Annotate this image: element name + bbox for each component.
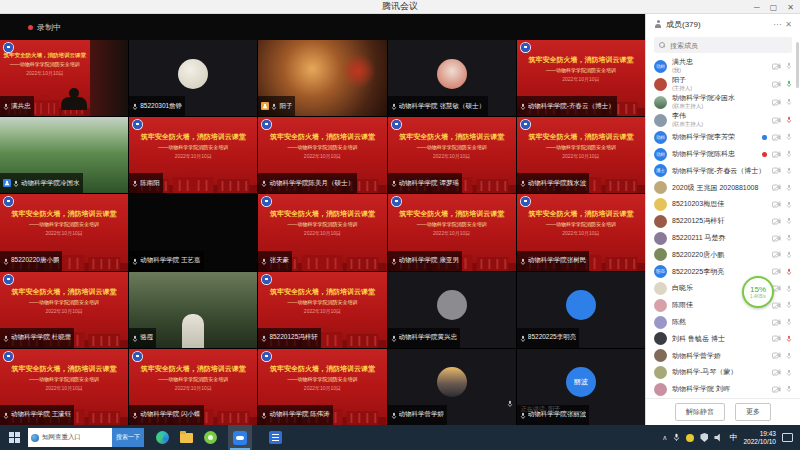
video-tile[interactable]: 筑牢安全防火墙，消防培训云课堂 ——动物科学学院消防安全培训 2022年10月1… — [258, 349, 386, 425]
mic-icon[interactable] — [786, 217, 792, 225]
mic-icon[interactable] — [786, 318, 792, 326]
video-tile[interactable]: 筑牢安全防火墙，消防培训云课堂 ——动物科学学院消防安全培训 2022年10月1… — [129, 272, 257, 348]
member-search-box[interactable] — [654, 37, 792, 53]
more-actions-button[interactable]: 更多 — [735, 403, 771, 421]
volume-icon[interactable] — [714, 434, 723, 442]
video-tile[interactable]: 筑牢安全防火墙，消防培训云课堂 ——动物科学学院消防安全培训 2022年10月1… — [258, 40, 386, 116]
camera-off-icon[interactable] — [772, 319, 781, 326]
panel-close-button[interactable]: ✕ — [785, 20, 792, 29]
camera-off-icon[interactable] — [772, 134, 781, 141]
member-row[interactable]: 动科 满共忠 (我) — [646, 57, 800, 75]
video-tile[interactable]: 筑牢安全防火墙，消防培训云课堂 ——动物科学学院消防安全培训 2022年10月1… — [388, 272, 516, 348]
mic-icon[interactable] — [786, 369, 792, 377]
video-tile[interactable]: 筑牢安全防火墙，消防培训云课堂 ——动物科学学院消防安全培训 2022年10月1… — [0, 40, 128, 116]
member-row[interactable]: 阳子 (主持人) — [646, 75, 800, 93]
mic-icon[interactable] — [786, 116, 792, 124]
member-list-scrollbar[interactable] — [796, 42, 799, 88]
clock[interactable]: 19:43 2022/10/10 — [743, 430, 776, 446]
video-tile[interactable]: 筑牢安全防火墙，消防培训云课堂 ——动物科学学院消防安全培训 2022年10月1… — [0, 272, 128, 348]
mic-icon[interactable] — [786, 184, 792, 192]
file-explorer-icon[interactable] — [180, 433, 193, 443]
camera-off-icon[interactable] — [772, 117, 781, 124]
speed-ball-overlay[interactable]: 15% 1.4KB/s — [742, 276, 774, 308]
edge-browser-icon[interactable] — [156, 431, 169, 444]
video-tile[interactable]: 筑牢安全防火墙，消防培训云课堂 ——动物科学学院消防安全培训 2022年10月1… — [0, 117, 128, 193]
mic-icon[interactable] — [786, 80, 792, 88]
member-row[interactable]: 动科 动物科学学院李芳荣 — [646, 129, 800, 146]
camera-off-icon[interactable] — [772, 251, 781, 258]
member-row[interactable]: 刘科 鲁毓岳 博士 — [646, 331, 800, 348]
member-row[interactable]: 85220220唐小鹏 — [646, 247, 800, 264]
mic-icon[interactable] — [786, 167, 792, 175]
video-tile[interactable]: 筑牢安全防火墙，消防培训云课堂 ——动物科学学院消防安全培训 2022年10月1… — [517, 272, 645, 348]
mic-icon[interactable] — [786, 268, 792, 276]
member-row[interactable]: 明亮 85220225李明亮 — [646, 263, 800, 280]
member-row[interactable]: 2020级 王兆国 2020881008 — [646, 179, 800, 196]
camera-off-icon[interactable] — [772, 369, 781, 376]
video-tile[interactable]: 筑牢安全防火墙，消防培训云课堂 ——动物科学学院消防安全培训 2022年10月1… — [258, 117, 386, 193]
mic-icon[interactable] — [786, 201, 792, 209]
camera-off-icon[interactable] — [772, 81, 781, 88]
video-tile[interactable]: 筑牢安全防火墙，消防培训云课堂 ——动物科学学院消防安全培训 2022年10月1… — [129, 117, 257, 193]
ime-indicator[interactable]: 中 — [729, 432, 737, 443]
mic-icon[interactable] — [786, 301, 792, 309]
member-row[interactable]: 动物科学学院冷国水 (联席主持人) — [646, 93, 800, 111]
mic-icon[interactable] — [786, 150, 792, 158]
member-list[interactable]: 动科 满共忠 (我) 阳子 (主持人) 动物科学学院冷国水 (联席主持人) — [646, 57, 800, 398]
green-app-icon[interactable] — [204, 431, 217, 444]
mic-icon[interactable] — [786, 133, 792, 141]
security-shield-icon[interactable] — [700, 433, 708, 442]
member-row[interactable]: 85210203梅思佳 — [646, 196, 800, 213]
video-tile[interactable]: 筑牢安全防火墙，消防培训云课堂 ——动物科学学院消防安全培训 2022年10月1… — [0, 349, 128, 425]
mic-icon[interactable] — [786, 335, 792, 343]
camera-off-icon[interactable] — [772, 63, 781, 70]
camera-off-icon[interactable] — [772, 184, 781, 191]
camera-off-icon[interactable] — [772, 268, 781, 275]
camera-off-icon[interactable] — [772, 352, 781, 359]
mic-icon[interactable] — [786, 251, 792, 259]
member-row[interactable]: 动物科学曾学娇 — [646, 347, 800, 364]
camera-off-icon[interactable] — [772, 386, 781, 393]
mic-icon[interactable] — [786, 98, 792, 106]
mic-icon[interactable] — [786, 62, 792, 70]
video-tile[interactable]: 筑牢安全防火墙，消防培训云课堂 ——动物科学学院消防安全培训 2022年10月1… — [517, 117, 645, 193]
video-tile[interactable]: 筑牢安全防火墙，消防培训云课堂 ——动物科学学院消防安全培训 2022年10月1… — [388, 349, 516, 425]
video-tile[interactable]: 筑牢安全防火墙，消防培训云课堂 ——动物科学学院消防安全培训 2022年10月1… — [0, 194, 128, 270]
start-button[interactable] — [0, 425, 28, 450]
video-tile[interactable]: 筑牢安全防火墙，消防培训云课堂 ——动物科学学院消防安全培训 2022年10月1… — [388, 117, 516, 193]
member-row[interactable]: 动科 动物科学学院陈科忠 — [646, 146, 800, 163]
close-button[interactable]: ✕ — [787, 3, 794, 12]
mic-icon[interactable] — [786, 285, 792, 293]
window-titlebar[interactable]: 腾讯会议 ─ ▢ ✕ — [0, 0, 800, 14]
video-tile[interactable]: 筑牢安全防火墙，消防培训云课堂 ——动物科学学院消防安全培训 2022年10月1… — [388, 40, 516, 116]
video-tile[interactable]: 筑牢安全防火墙，消防培训云课堂 ——动物科学学院消防安全培训 2022年10月1… — [517, 194, 645, 270]
camera-off-icon[interactable] — [772, 151, 781, 158]
mic-icon[interactable] — [786, 352, 792, 360]
member-row[interactable]: 陈然 — [646, 314, 800, 331]
member-row[interactable]: 动物科学-马琴（蒙） — [646, 364, 800, 381]
camera-off-icon[interactable] — [772, 99, 781, 106]
tray-expand-icon[interactable]: ∧ — [662, 434, 667, 442]
camera-off-icon[interactable] — [772, 235, 781, 242]
video-tile[interactable]: 筑牢安全防火墙，消防培训云课堂 ——动物科学学院消防安全培训 2022年10月1… — [388, 194, 516, 270]
member-row[interactable]: 85220211 马楚乔 — [646, 230, 800, 247]
minimize-button[interactable]: ─ — [754, 3, 760, 12]
camera-off-icon[interactable] — [772, 201, 781, 208]
camera-off-icon[interactable] — [772, 335, 781, 342]
mic-icon[interactable] — [786, 234, 792, 242]
camera-off-icon[interactable] — [772, 167, 781, 174]
video-tile[interactable]: 筑牢安全防火墙，消防培训云课堂 ——动物科学学院消防安全培训 2022年10月1… — [258, 272, 386, 348]
video-tile[interactable]: 筑牢安全防火墙，消防培训云课堂 ——动物科学学院消防安全培训 2022年10月1… — [129, 40, 257, 116]
member-row[interactable]: 李伟 (联席主持人) — [646, 111, 800, 129]
member-row[interactable]: 陈雨佳 — [646, 297, 800, 314]
maximize-button[interactable]: ▢ — [770, 3, 778, 12]
docs-app-taskbar-item[interactable] — [263, 425, 287, 450]
unmute-all-button[interactable]: 解除静音 — [675, 403, 725, 421]
video-tile[interactable]: 筑牢安全防火墙，消防培训云课堂 ——动物科学学院消防安全培训 2022年10月1… — [258, 194, 386, 270]
camera-off-icon[interactable] — [772, 302, 781, 309]
video-tile[interactable]: 筑牢安全防火墙，消防培训云课堂 ——动物科学学院消防安全培训 2022年10月1… — [129, 349, 257, 425]
member-row[interactable]: 白晓乐 — [646, 280, 800, 297]
video-tile[interactable]: 筑牢安全防火墙，消防培训云课堂 ——动物科学学院消防安全培训 2022年10月1… — [517, 349, 645, 425]
video-tile[interactable]: 筑牢安全防火墙，消防培训云课堂 ——动物科学学院消防安全培训 2022年10月1… — [517, 40, 645, 116]
notification-center-icon[interactable] — [782, 433, 793, 442]
